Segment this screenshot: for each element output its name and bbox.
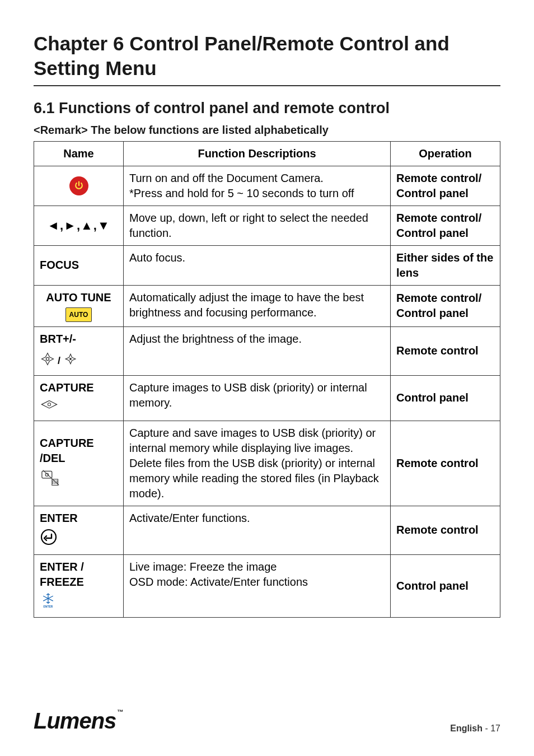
cell-desc: Automatically adjust the image to have t… [124, 285, 391, 326]
page-footer: Lumens™ English - 17 [34, 708, 500, 734]
cell-op: Remote control/ Control panel [391, 285, 500, 326]
svg-point-1 [46, 357, 49, 360]
cell-op: Remote control [391, 326, 500, 375]
name-label: BRT+/- [40, 332, 76, 347]
th-op: Operation [391, 141, 500, 166]
name-label: ENTER [40, 511, 78, 526]
cell-op: Control panel [391, 375, 500, 421]
name-label: CAPTURE [40, 380, 94, 395]
freeze-icon: ENTER [40, 592, 57, 613]
cell-op: Remote control [391, 421, 500, 506]
auto-icon: AUTO [65, 307, 92, 322]
name-label: CAPTURE /DEL [40, 436, 118, 466]
svg-point-9 [41, 530, 56, 544]
table-row: AUTO TUNE AUTO Automatically adjust the … [34, 285, 500, 326]
functions-table: Name Function Descriptions Operation Tur… [34, 141, 500, 618]
cell-op: Remote control/ Control panel [391, 166, 500, 206]
power-icon [69, 176, 88, 195]
remark-text: <Remark> The below functions are listed … [34, 124, 500, 137]
capture-delete-icon [40, 468, 62, 491]
name-label: ENTER / FREEZE [40, 559, 118, 590]
brightness-up-icon [40, 351, 55, 371]
table-row: ENTER / FREEZE ENTER [34, 554, 500, 617]
table-row: ENTER Activate/Enter functions. Remote c… [34, 506, 500, 554]
cell-desc: Auto focus. [124, 245, 391, 285]
page-number: English - 17 [450, 724, 500, 734]
cell-desc: Activate/Enter functions. [124, 506, 391, 554]
brightness-down-icon [63, 351, 78, 371]
cell-desc: Move up, down, left or right to select t… [124, 206, 391, 245]
arrow-keys-icon: ◄,►,▲,▼ [40, 217, 118, 234]
svg-point-3 [69, 358, 72, 360]
table-row: CAPTURE Capture images to USB disk (prio… [34, 375, 500, 421]
cell-desc: Turn on and off the Document Camera. *Pr… [124, 166, 391, 206]
chapter-title: Chapter 6 Control Panel/Remote Control a… [34, 31, 500, 86]
section-title: 6.1 Functions of control panel and remot… [34, 100, 500, 117]
cell-desc: Capture images to USB disk (priority) or… [124, 375, 391, 421]
table-row: ◄,►,▲,▼ Move up, down, left or right to … [34, 206, 500, 245]
name-label: FOCUS [40, 259, 79, 271]
th-desc: Function Descriptions [124, 141, 391, 166]
svg-marker-0 [42, 353, 54, 365]
svg-marker-4 [41, 400, 57, 408]
cell-op: Remote control [391, 506, 500, 554]
table-row: BRT+/- / Adjust the brightness of the im… [34, 326, 500, 375]
svg-line-8 [43, 470, 59, 485]
svg-text:ENTER: ENTER [44, 605, 53, 608]
table-row: CAPTURE /DEL Capture and save images to … [34, 421, 500, 506]
enter-icon [40, 528, 58, 550]
cell-op: Control panel [391, 554, 500, 617]
table-row: FOCUS Auto focus. Either sides of the le… [34, 245, 500, 285]
name-label: AUTO TUNE [46, 290, 111, 305]
brand-logo: Lumens™ [34, 708, 123, 734]
cell-op: Remote control/ Control panel [391, 206, 500, 245]
svg-point-5 [48, 403, 50, 405]
cell-desc: Adjust the brightness of the image. [124, 326, 391, 375]
cell-op: Either sides of the lens [391, 245, 500, 285]
table-row: Turn on and off the Document Camera. *Pr… [34, 166, 500, 206]
capture-icon [40, 398, 59, 416]
cell-desc: Live image: Freeze the image OSD mode: A… [124, 554, 391, 617]
th-name: Name [34, 141, 124, 166]
cell-desc: Capture and save images to USB disk (pri… [124, 421, 391, 506]
brt-separator: / [58, 354, 60, 367]
